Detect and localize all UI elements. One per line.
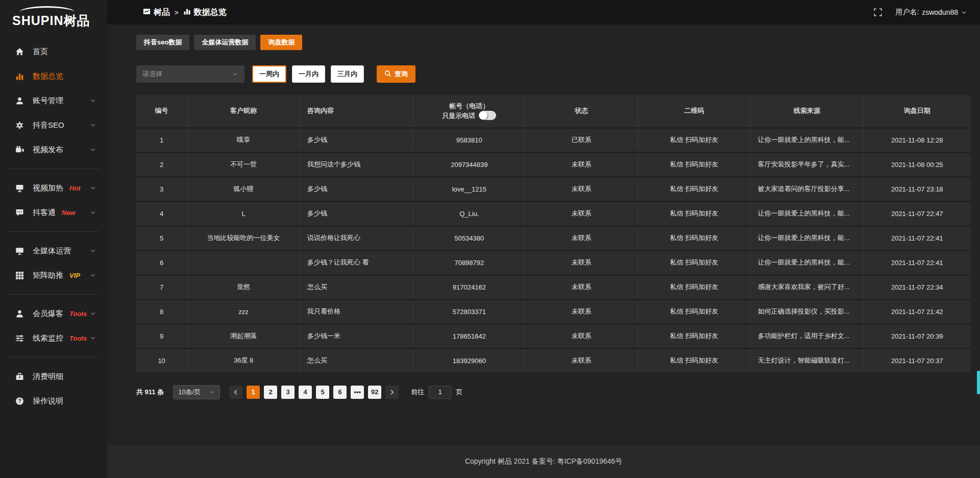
cell-nickname: 当地比较能吃的一位美女 — [187, 226, 300, 250]
sidebar-item-member-baoke[interactable]: 会员爆客Tools — [0, 301, 107, 326]
cell-qrcode-link[interactable]: 私信 扫码加好友 — [638, 324, 751, 348]
quick-filter-0[interactable]: 一周内 — [252, 65, 286, 83]
cell-source-link[interactable]: 让你一眼就爱上的黑科技，能... — [750, 250, 863, 275]
page-size-select[interactable]: 10条/页 — [173, 385, 220, 399]
sidebar-item-label: 线索监控 — [33, 333, 63, 343]
breadcrumb-current-label: 数据总览 — [194, 7, 227, 18]
home-icon — [15, 47, 24, 56]
username-label: 用户名: — [895, 8, 919, 17]
next-page-button[interactable] — [385, 386, 399, 399]
col-header-1: 客户昵称 — [187, 95, 300, 128]
breadcrumb-current[interactable]: 数据总览 — [183, 7, 227, 18]
sidebar-item-data-overview[interactable]: 数据总览 — [0, 64, 107, 88]
cell-id: 9 — [136, 324, 187, 348]
logo-arc-decoration — [19, 6, 75, 12]
sidebar-item-label: 会员爆客 — [33, 309, 63, 319]
cell-date: 2021-11-07 23:18 — [863, 177, 971, 201]
badge-new: New — [62, 209, 76, 217]
cell-id: 5 — [136, 226, 187, 250]
cell-nickname: 狐小狸 — [187, 177, 300, 201]
sidebar-item-douyin-seo[interactable]: 抖音SEO — [0, 113, 107, 137]
col-header-4: 状态 — [525, 95, 638, 128]
fullscreen-icon[interactable] — [874, 8, 882, 16]
col-header-5: 二维码 — [638, 95, 751, 128]
chevron-down-icon — [210, 390, 215, 395]
data-tabs: 抖音seo数据全媒体运营数据询盘数据 — [136, 35, 971, 50]
cell-qrcode-link[interactable]: 私信 扫码加好友 — [638, 177, 751, 201]
cell-qrcode-link[interactable]: 私信 扫码加好友 — [638, 152, 751, 177]
filter-select[interactable]: 请选择 — [136, 65, 244, 83]
cell-source-link[interactable]: 多功能护栏灯，适用于乡村文... — [750, 324, 863, 348]
sidebar-item-label: 数据总览 — [33, 71, 63, 81]
tab-2[interactable]: 询盘数据 — [260, 35, 302, 50]
filter-bar: 请选择 一周内一月内三月内 查询 — [136, 65, 971, 83]
monitor-icon — [15, 247, 24, 255]
sliders-icon — [15, 334, 24, 343]
page-button-2[interactable]: 2 — [264, 386, 277, 399]
cell-qrcode-link[interactable]: 私信 扫码加好友 — [638, 348, 751, 373]
sidebar-item-label: 矩阵助推 — [33, 271, 63, 280]
sidebar-item-home[interactable]: 首页 — [0, 39, 107, 64]
chart-icon — [15, 72, 24, 81]
scrollbar-thumb[interactable] — [977, 371, 980, 394]
cell-nickname: 不可一世 — [187, 152, 300, 177]
prev-page-button[interactable] — [229, 386, 242, 399]
sidebar-item-douketong[interactable]: 抖客通New — [0, 200, 107, 225]
cell-source-link[interactable]: 感谢大家喜欢我家，被问了好... — [750, 275, 863, 299]
gear-icon — [15, 121, 24, 130]
tab-0[interactable]: 抖音seo数据 — [136, 35, 189, 50]
cell-qrcode-link[interactable]: 私信 扫码加好友 — [638, 201, 751, 226]
page-ellipsis-button[interactable]: ••• — [351, 386, 364, 399]
cell-account: love__1215 — [413, 177, 525, 201]
goto-page-input[interactable] — [429, 386, 451, 399]
sidebar-item-media-ops[interactable]: 全媒体运营 — [0, 238, 107, 263]
quick-filter-1[interactable]: 一月内 — [292, 65, 325, 83]
cell-qrcode-link[interactable]: 私信 扫码加好友 — [638, 128, 751, 152]
sidebar-item-matrix-boost[interactable]: 矩阵助推VIP — [0, 263, 107, 288]
bar-chart-icon — [183, 8, 191, 17]
cell-id: 4 — [136, 201, 187, 226]
sidebar-item-video-publish[interactable]: 视频发布 — [0, 137, 107, 162]
sidebar-item-expense-detail[interactable]: 消费明细 — [0, 364, 107, 389]
sidebar-item-help[interactable]: ?操作说明 — [0, 389, 107, 413]
sidebar-item-label: 抖音SEO — [33, 121, 64, 130]
quick-filter-2[interactable]: 三月内 — [331, 65, 364, 83]
col-header-phone-title: 帐号（电话） — [421, 101, 518, 111]
cell-qrcode-link[interactable]: 私信 扫码加好友 — [638, 275, 751, 299]
page-button-1[interactable]: 1 — [247, 386, 260, 399]
sidebar-nav: 首页数据总览账号管理抖音SEO视频发布视频加热Hot抖客通New全媒体运营矩阵助… — [0, 36, 107, 478]
cell-source-link[interactable]: 如何正确选择投影仪，买投影... — [750, 299, 863, 324]
cell-date: 2021-11-07 21:42 — [863, 299, 971, 324]
phone-only-toggle[interactable] — [479, 111, 496, 120]
cell-qrcode-link[interactable]: 私信 扫码加好友 — [638, 299, 751, 324]
cell-source-link[interactable]: 客厅安装投影半年多了，真实... — [750, 152, 863, 177]
page-button-92[interactable]: 92 — [368, 386, 381, 399]
page-button-3[interactable]: 3 — [281, 386, 295, 399]
page-button-5[interactable]: 5 — [316, 386, 329, 399]
cell-qrcode-link[interactable]: 私信 扫码加好友 — [638, 226, 751, 250]
cell-qrcode-link[interactable]: 私信 扫码加好友 — [638, 250, 751, 275]
cell-source-link[interactable]: 让你一眼就爱上的黑科技，能... — [750, 128, 863, 152]
sidebar-item-lead-monitor[interactable]: 线索监控Tools — [0, 326, 107, 350]
sidebar-item-label: 操作说明 — [33, 396, 63, 406]
quick-filter-buttons: 一周内一月内三月内 — [244, 65, 364, 83]
main-area: 树品 > 数据总览 用户名: zswodun88 抖音seo数据全媒体运营数据询… — [107, 0, 980, 478]
cell-account: 9583810 — [413, 128, 525, 152]
cell-source-link[interactable]: 无主灯设计，智能磁吸轨道灯... — [750, 348, 863, 373]
sidebar-item-account-manage[interactable]: 账号管理 — [0, 88, 107, 113]
page-button-4[interactable]: 4 — [299, 386, 312, 399]
tab-1[interactable]: 全媒体运营数据 — [194, 35, 256, 50]
search-button[interactable]: 查询 — [377, 65, 415, 83]
cell-content: 我想问这个多少钱 — [300, 152, 413, 177]
cell-source-link[interactable]: 被大家追着问的客厅投影分享... — [750, 177, 863, 201]
content: 抖音seo数据全媒体运营数据询盘数据 请选择 一周内一月内三月内 查询 编号客户… — [107, 25, 980, 445]
cell-source-link[interactable]: 让你一眼就爱上的黑科技，能... — [750, 201, 863, 226]
sidebar-item-video-heat[interactable]: 视频加热Hot — [0, 176, 107, 200]
page-button-6[interactable]: 6 — [333, 386, 347, 399]
cell-source-link[interactable]: 让你一眼就爱上的黑科技，能... — [750, 226, 863, 250]
breadcrumb-root[interactable]: 树品 — [143, 7, 170, 18]
user-menu[interactable]: 用户名: zswodun88 — [895, 8, 967, 17]
chevron-down-icon — [90, 147, 96, 153]
select-placeholder: 请选择 — [142, 69, 162, 79]
page-size-value: 10条/页 — [178, 388, 201, 397]
